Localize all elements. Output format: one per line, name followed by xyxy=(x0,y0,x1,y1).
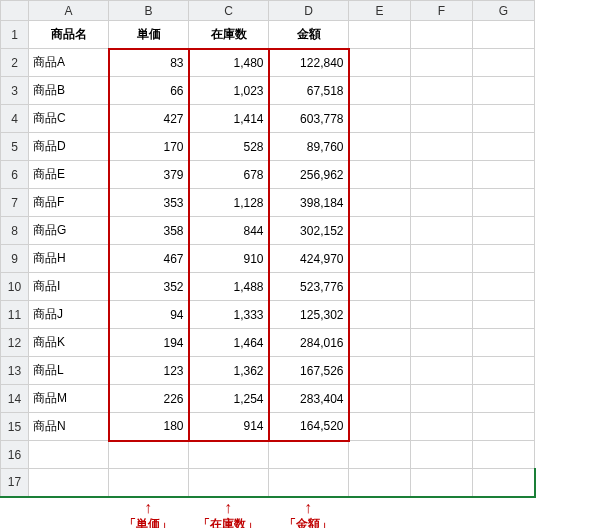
spreadsheet-grid[interactable]: A B C D E F G 1 商品名 単価 在庫数 金額 2商品A831,48… xyxy=(0,0,536,498)
cell-name[interactable]: 商品D xyxy=(29,133,109,161)
row-header[interactable]: 3 xyxy=(1,77,29,105)
header-stock[interactable]: 在庫数 xyxy=(189,21,269,49)
cell[interactable] xyxy=(411,161,473,189)
cell[interactable] xyxy=(349,441,411,469)
cell-price[interactable]: 83 xyxy=(109,49,189,77)
cell-amount[interactable]: 256,962 xyxy=(269,161,349,189)
cell-price[interactable]: 358 xyxy=(109,217,189,245)
cell[interactable] xyxy=(349,357,411,385)
cell-price[interactable]: 427 xyxy=(109,105,189,133)
col-header-f[interactable]: F xyxy=(411,1,473,21)
cell-stock[interactable]: 1,414 xyxy=(189,105,269,133)
cell-name[interactable]: 商品F xyxy=(29,189,109,217)
col-header-g[interactable]: G xyxy=(473,1,535,21)
cell[interactable] xyxy=(189,441,269,469)
header-amount[interactable]: 金額 xyxy=(269,21,349,49)
cell[interactable] xyxy=(473,105,535,133)
cell[interactable] xyxy=(349,217,411,245)
cell[interactable] xyxy=(349,105,411,133)
cell-amount[interactable]: 125,302 xyxy=(269,301,349,329)
cell[interactable] xyxy=(473,441,535,469)
cell[interactable] xyxy=(473,133,535,161)
cell-stock[interactable]: 1,362 xyxy=(189,357,269,385)
cell-name[interactable]: 商品J xyxy=(29,301,109,329)
cell-amount[interactable]: 424,970 xyxy=(269,245,349,273)
row-header[interactable]: 14 xyxy=(1,385,29,413)
cell-price[interactable]: 226 xyxy=(109,385,189,413)
cell-name[interactable]: 商品E xyxy=(29,161,109,189)
cell[interactable] xyxy=(473,189,535,217)
cell-stock[interactable]: 910 xyxy=(189,245,269,273)
cell[interactable] xyxy=(109,469,189,497)
cell-price[interactable]: 94 xyxy=(109,301,189,329)
row-header[interactable]: 9 xyxy=(1,245,29,273)
cell[interactable] xyxy=(411,273,473,301)
row-header[interactable]: 16 xyxy=(1,441,29,469)
cell[interactable] xyxy=(411,441,473,469)
cell-stock[interactable]: 678 xyxy=(189,161,269,189)
cell-name[interactable]: 商品H xyxy=(29,245,109,273)
cell[interactable] xyxy=(473,413,535,441)
cell-amount[interactable]: 89,760 xyxy=(269,133,349,161)
header-price[interactable]: 単価 xyxy=(109,21,189,49)
row-header[interactable]: 8 xyxy=(1,217,29,245)
cell-price[interactable]: 467 xyxy=(109,245,189,273)
row-header[interactable]: 17 xyxy=(1,469,29,497)
row-header[interactable]: 1 xyxy=(1,21,29,49)
cell[interactable] xyxy=(349,245,411,273)
cell[interactable] xyxy=(349,49,411,77)
cell-name[interactable]: 商品L xyxy=(29,357,109,385)
cell-stock[interactable]: 1,254 xyxy=(189,385,269,413)
cell[interactable] xyxy=(411,189,473,217)
cell[interactable] xyxy=(411,49,473,77)
cell-name[interactable]: 商品C xyxy=(29,105,109,133)
cell-price[interactable]: 180 xyxy=(109,413,189,441)
cell-name[interactable]: 商品K xyxy=(29,329,109,357)
cell-name[interactable]: 商品G xyxy=(29,217,109,245)
cell-amount[interactable]: 603,778 xyxy=(269,105,349,133)
cell[interactable] xyxy=(349,469,411,497)
cell-stock[interactable]: 1,333 xyxy=(189,301,269,329)
cell-amount[interactable]: 284,016 xyxy=(269,329,349,357)
cell[interactable] xyxy=(411,21,473,49)
cell[interactable] xyxy=(269,469,349,497)
row-header[interactable]: 11 xyxy=(1,301,29,329)
cell-stock[interactable]: 1,464 xyxy=(189,329,269,357)
cell[interactable] xyxy=(411,329,473,357)
cell-price[interactable]: 379 xyxy=(109,161,189,189)
cell-amount[interactable]: 167,526 xyxy=(269,357,349,385)
cell-price[interactable]: 66 xyxy=(109,77,189,105)
cell[interactable] xyxy=(473,77,535,105)
row-header[interactable]: 4 xyxy=(1,105,29,133)
cell-amount[interactable]: 398,184 xyxy=(269,189,349,217)
cell-stock[interactable]: 1,023 xyxy=(189,77,269,105)
cell[interactable] xyxy=(411,469,473,497)
col-header-a[interactable]: A xyxy=(29,1,109,21)
row-header[interactable]: 6 xyxy=(1,161,29,189)
cell[interactable] xyxy=(473,21,535,49)
col-header-b[interactable]: B xyxy=(109,1,189,21)
cell-name[interactable]: 商品N xyxy=(29,413,109,441)
cell[interactable] xyxy=(349,161,411,189)
row-header[interactable]: 2 xyxy=(1,49,29,77)
cell[interactable] xyxy=(411,217,473,245)
cell[interactable] xyxy=(411,301,473,329)
cell[interactable] xyxy=(411,357,473,385)
cell[interactable] xyxy=(411,245,473,273)
cell-name[interactable]: 商品B xyxy=(29,77,109,105)
row-header[interactable]: 7 xyxy=(1,189,29,217)
cell-amount[interactable]: 302,152 xyxy=(269,217,349,245)
row-header[interactable]: 5 xyxy=(1,133,29,161)
cell-amount[interactable]: 523,776 xyxy=(269,273,349,301)
cell-amount[interactable]: 122,840 xyxy=(269,49,349,77)
cell[interactable] xyxy=(411,385,473,413)
cell[interactable] xyxy=(29,469,109,497)
cell-name[interactable]: 商品A xyxy=(29,49,109,77)
row-header[interactable]: 13 xyxy=(1,357,29,385)
col-header-c[interactable]: C xyxy=(189,1,269,21)
cell[interactable] xyxy=(473,273,535,301)
cell[interactable] xyxy=(349,301,411,329)
cell[interactable] xyxy=(349,385,411,413)
cell[interactable] xyxy=(473,161,535,189)
cell[interactable] xyxy=(349,273,411,301)
